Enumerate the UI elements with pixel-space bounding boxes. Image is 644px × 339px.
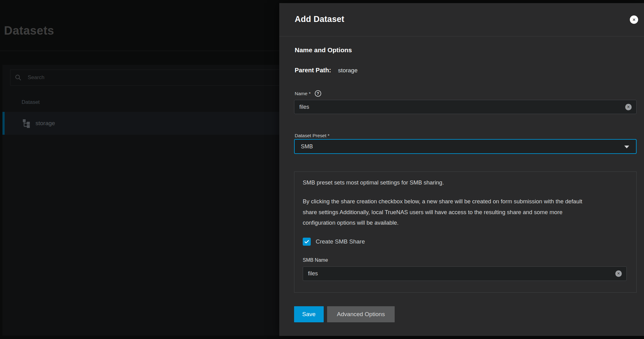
name-field-label: Name *	[295, 91, 311, 96]
smb-info-paragraph-line: share settings Additionally, local TrueN…	[303, 207, 582, 218]
parent-path-value: storage	[338, 67, 357, 74]
smb-info-paragraph: By clicking the share creation checkbox …	[303, 196, 582, 228]
dataset-preset-select[interactable]: SMB	[294, 139, 637, 154]
name-input-wrap: ✕	[294, 100, 637, 114]
clear-input-icon[interactable]: ✕	[625, 104, 632, 110]
preset-selected-value: SMB	[301, 143, 313, 150]
smb-info-paragraph-line: By clicking the share creation checkbox …	[303, 196, 582, 207]
screen: Datasets Dataset storage	[0, 0, 644, 339]
panel-header: Add Dataset ✕	[279, 3, 644, 36]
create-smb-share-checkbox[interactable]	[303, 238, 311, 246]
close-button[interactable]: ✕	[630, 15, 638, 24]
checkmark-icon	[304, 239, 310, 245]
smb-name-input[interactable]	[303, 267, 626, 281]
panel-title: Add Dataset	[295, 15, 344, 24]
smb-name-input-wrap: ✕	[303, 266, 627, 281]
form-buttons: Save Advanced Options	[294, 306, 395, 322]
name-input[interactable]	[294, 100, 636, 114]
save-button[interactable]: Save	[294, 306, 324, 322]
smb-info-line1: SMB preset sets most optimal settings fo…	[303, 179, 444, 186]
create-smb-share-row: Create SMB Share	[303, 238, 365, 246]
create-smb-share-label: Create SMB Share	[316, 238, 365, 245]
smb-name-label: SMB Name	[303, 257, 328, 263]
parent-path: Parent Path: storage	[295, 67, 358, 74]
smb-preset-info-box: SMB preset sets most optimal settings fo…	[294, 172, 637, 293]
parent-path-label: Parent Path:	[295, 67, 331, 74]
section-heading: Name and Options	[295, 46, 352, 54]
close-icon: ✕	[632, 17, 636, 22]
name-label-row: Name * ?	[295, 90, 321, 97]
help-icon[interactable]: ?	[315, 90, 321, 97]
smb-info-paragraph-line: configuration options will be available.	[303, 218, 582, 228]
add-dataset-panel: Add Dataset ✕ Name and Options Parent Pa…	[279, 3, 644, 336]
preset-field-label: Dataset Preset *	[295, 133, 330, 138]
advanced-options-button[interactable]: Advanced Options	[327, 306, 395, 322]
clear-input-icon[interactable]: ✕	[615, 270, 622, 277]
question-glyph: ?	[317, 91, 319, 96]
chevron-down-icon	[624, 146, 629, 148]
